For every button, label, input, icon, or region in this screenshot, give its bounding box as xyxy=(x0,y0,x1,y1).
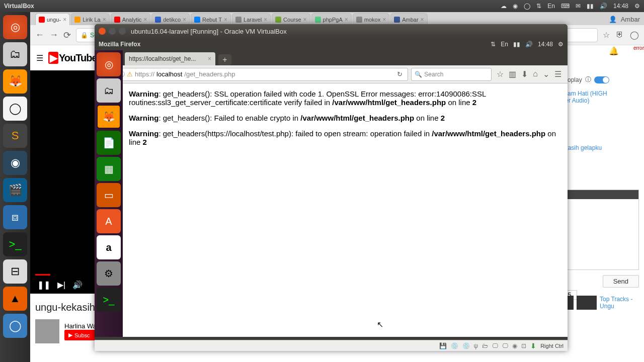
keyboard-icon[interactable]: ⌨ xyxy=(561,3,570,10)
guest-files-icon[interactable]: 🗂 xyxy=(97,78,121,103)
comment-box[interactable] xyxy=(558,190,639,270)
display2-icon[interactable]: 🖵 xyxy=(502,342,508,349)
guest-amazon-icon[interactable]: a xyxy=(97,235,121,259)
optical-icon[interactable]: 💿 xyxy=(451,342,458,349)
next-icon[interactable]: ▶| xyxy=(57,280,65,290)
mail-icon[interactable]: ✉ xyxy=(576,3,581,10)
bell-icon[interactable]: 🔔 xyxy=(609,46,619,56)
guest-dash-icon[interactable]: ◎ xyxy=(97,52,121,76)
window-min-icon[interactable] xyxy=(109,28,116,35)
guest-software-icon[interactable]: A xyxy=(97,209,121,233)
chrome-indicator-icon[interactable]: ◯ xyxy=(524,3,530,10)
cloud-icon[interactable]: ☁ xyxy=(501,3,507,10)
record-icon[interactable]: ◉ xyxy=(512,342,517,349)
back-icon[interactable]: ← xyxy=(35,30,44,40)
user-icon[interactable]: 👤 xyxy=(609,16,617,23)
warning-icon[interactable]: ⚠ xyxy=(127,70,133,78)
shield-icon[interactable]: ⛨ xyxy=(616,30,624,40)
suggested-video[interactable]: kekasih gelapku xyxy=(558,144,639,151)
autoplay-toggle[interactable] xyxy=(594,76,609,83)
chrome-tab[interactable]: mokox× xyxy=(353,13,389,25)
volume-icon[interactable]: 🔊 xyxy=(600,3,607,10)
gear-icon[interactable]: ⚙ xyxy=(558,41,564,48)
close-icon[interactable]: × xyxy=(63,16,66,23)
close-icon[interactable]: × xyxy=(224,16,227,23)
chrome-tab[interactable]: Lirik La× xyxy=(71,13,109,25)
menu-icon[interactable]: ☰ xyxy=(554,69,561,79)
vm-titlebar[interactable]: ubuntu16.04-laravel [Running] - Oracle V… xyxy=(95,24,568,38)
menu-icon[interactable]: ☰ xyxy=(36,53,43,63)
host-dash-icon[interactable]: ◎ xyxy=(3,15,27,39)
close-icon[interactable]: × xyxy=(421,16,424,23)
guest-calc-icon[interactable]: ▦ xyxy=(97,157,121,181)
reload-icon[interactable]: ↻ xyxy=(395,70,405,78)
host-video-icon[interactable]: 🎬 xyxy=(3,178,27,202)
usb-icon[interactable]: ψ xyxy=(474,342,478,349)
youtube-logo[interactable]: ▶YouTube xyxy=(48,52,97,64)
info-icon[interactable]: ⓘ xyxy=(585,75,591,84)
host-terminal-icon[interactable]: >_ xyxy=(3,232,27,256)
chrome-tab[interactable]: Ambar× xyxy=(390,13,427,25)
display-icon[interactable]: 🖵 xyxy=(492,342,498,349)
close-icon[interactable]: × xyxy=(264,16,267,23)
close-icon[interactable]: × xyxy=(143,16,147,23)
url-bar[interactable]: ⓘ ⚠ https://localhost/get_headers.php ↻ xyxy=(115,68,408,81)
guest-clock[interactable]: 14:48 xyxy=(538,41,553,48)
steam-icon[interactable]: ◉ xyxy=(513,3,518,10)
subscribe-button[interactable]: ▶Subsc xyxy=(64,330,97,340)
download-icon[interactable]: ⬇ xyxy=(521,69,528,79)
host-clock[interactable]: 14:48 xyxy=(613,3,628,10)
host-files-icon[interactable]: 🗂 xyxy=(3,42,27,66)
capture-icon[interactable]: ⊡ xyxy=(521,342,526,349)
chrome-tab[interactable]: phpPgA× xyxy=(311,13,352,25)
home-icon[interactable]: ⌂ xyxy=(533,69,538,79)
forward-icon[interactable]: → xyxy=(49,30,58,40)
guest-firefox-icon[interactable]: 🦊 xyxy=(97,105,121,129)
search-box[interactable]: 🔍 Search xyxy=(411,68,492,81)
volume-icon[interactable]: 🔊 xyxy=(72,280,83,290)
close-icon[interactable]: × xyxy=(303,16,307,23)
bookmark-icon[interactable]: ☆ xyxy=(497,69,504,79)
host-firefox-icon[interactable]: 🦊 xyxy=(3,69,27,94)
close-icon[interactable]: × xyxy=(208,55,211,62)
host-steam-icon[interactable]: ◉ xyxy=(3,151,27,175)
close-icon[interactable]: × xyxy=(382,16,386,23)
host-virtualbox-icon[interactable]: ⧈ xyxy=(3,205,27,229)
chrome-tab[interactable]: Course× xyxy=(272,13,310,25)
host-vlc-icon[interactable]: ▲ xyxy=(3,287,27,311)
firefox-tab[interactable]: https://localhost/get_he... × xyxy=(125,52,215,65)
gear-icon[interactable]: ⚙ xyxy=(634,3,640,10)
disk-icon[interactable]: 💾 xyxy=(439,342,447,349)
guest-settings-icon[interactable]: ⚙ xyxy=(97,261,121,286)
suggested-video[interactable]: Dalam Hati (HIGHetter Audio) xyxy=(558,90,639,104)
chrome-tab[interactable]: ungu-× xyxy=(35,13,70,25)
library-icon[interactable]: ▥ xyxy=(509,69,516,79)
window-max-icon[interactable] xyxy=(119,28,126,35)
channel-name[interactable]: Harlina Wa xyxy=(64,322,97,330)
star-icon[interactable]: ☆ xyxy=(603,30,610,40)
chrome-tab[interactable]: detikco× xyxy=(151,13,190,25)
guest-impress-icon[interactable]: ▭ xyxy=(97,183,121,207)
volume-icon[interactable]: 🔊 xyxy=(525,41,533,48)
pocket-icon[interactable]: ⌄ xyxy=(543,69,549,79)
reload-icon[interactable]: ⟳ xyxy=(63,30,71,41)
shared-icon[interactable]: 🗁 xyxy=(482,342,488,349)
optical2-icon[interactable]: 💿 xyxy=(462,342,470,349)
circle-icon[interactable]: ◯ xyxy=(630,30,639,40)
window-close-icon[interactable] xyxy=(99,28,106,35)
pause-icon[interactable]: ❚❚ xyxy=(37,280,50,290)
close-icon[interactable]: × xyxy=(103,16,106,23)
close-icon[interactable]: × xyxy=(183,16,186,23)
host-chromium-icon[interactable]: ◯ xyxy=(3,314,27,338)
send-button[interactable]: Send xyxy=(603,275,639,288)
updown-icon[interactable]: ⇅ xyxy=(536,3,541,10)
new-tab-button[interactable]: + xyxy=(218,54,231,65)
avatar[interactable] xyxy=(35,319,59,343)
chrome-tab[interactable]: Laravel× xyxy=(232,13,271,25)
host-disk-icon[interactable]: ⊟ xyxy=(3,259,27,284)
ambar-label[interactable]: Ambar xyxy=(621,16,640,23)
host-sublime-icon[interactable]: S xyxy=(3,124,27,148)
updown-icon[interactable]: ⇅ xyxy=(491,41,496,48)
battery-icon[interactable]: ▮▮ xyxy=(587,3,594,10)
guest-writer-icon[interactable]: 📄 xyxy=(97,131,121,155)
